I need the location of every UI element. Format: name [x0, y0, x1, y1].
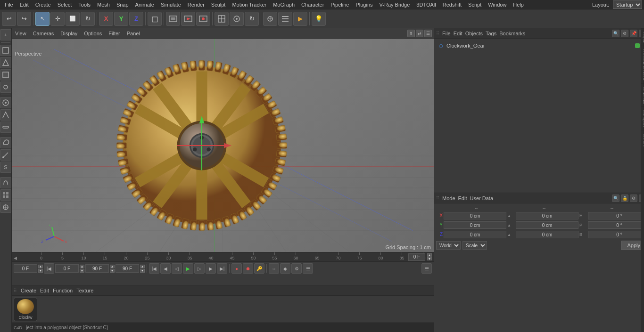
- frame-prev-input[interactable]: [55, 264, 79, 273]
- z-axis-button[interactable]: Z: [129, 12, 143, 26]
- attr-lock-button[interactable]: 🔒: [621, 194, 628, 202]
- om-menu-tags[interactable]: Tags: [486, 31, 496, 36]
- key-button[interactable]: 🔑: [254, 263, 264, 274]
- record-button[interactable]: ●: [231, 263, 242, 274]
- far-tab-takes[interactable]: Takes: [641, 28, 644, 46]
- material-item-clockwork[interactable]: Clockw: [14, 298, 37, 321]
- end-up-button[interactable]: ▲: [110, 265, 115, 268]
- coord-z-pos-input[interactable]: [444, 231, 506, 238]
- sidebar-grid-tool[interactable]: [0, 189, 11, 201]
- attr-menu-userdata[interactable]: User Data: [470, 195, 494, 201]
- prev-key-button[interactable]: ◁: [172, 263, 182, 274]
- rotate-axis-button[interactable]: ↻: [245, 12, 259, 26]
- menu-motion-tracker[interactable]: Motion Tracker: [229, 1, 269, 8]
- coord-z-rot-input[interactable]: [588, 231, 644, 238]
- menu-select[interactable]: Select: [55, 1, 75, 8]
- menu-plugins[interactable]: Plugins: [353, 1, 375, 8]
- timeline-ruler[interactable]: ◀ 0 5 10 15: [12, 252, 434, 262]
- menu-character[interactable]: Character: [298, 1, 327, 8]
- attr-menu-mode[interactable]: Mode: [442, 195, 455, 201]
- viewport-menu-cameras[interactable]: Cameras: [32, 30, 56, 37]
- play-button[interactable]: ▶: [293, 12, 307, 26]
- menu-vray[interactable]: V-Ray Bridge: [377, 1, 413, 8]
- far-tab-layers[interactable]: Layers: [641, 130, 644, 149]
- sidebar-bend-tool[interactable]: [0, 149, 11, 161]
- coord-y-size-input[interactable]: [516, 221, 578, 229]
- frame-down-button[interactable]: ▼: [427, 257, 432, 260]
- om-menu-bookmarks[interactable]: Bookmarks: [499, 31, 525, 36]
- viewport-menu-filter[interactable]: Filter: [107, 30, 121, 37]
- sidebar-object-mode[interactable]: [0, 45, 11, 56]
- frame-up-button[interactable]: ▲: [427, 253, 432, 257]
- coord-x-pos-input[interactable]: [444, 212, 506, 219]
- object-mode-button[interactable]: ◻: [148, 12, 162, 26]
- om-settings-button[interactable]: ⚙: [621, 30, 628, 37]
- coord-y-pos-input[interactable]: [444, 221, 506, 229]
- go-end-button[interactable]: ▶|: [217, 263, 227, 274]
- menu-mograph[interactable]: MoGraph: [270, 1, 297, 8]
- menu-create[interactable]: Create: [33, 1, 54, 8]
- om-pin-button[interactable]: 📌: [630, 30, 637, 37]
- om-menu-file[interactable]: File: [442, 31, 451, 36]
- viewport-menu-view[interactable]: View: [14, 30, 28, 37]
- menu-mesh[interactable]: Mesh: [94, 1, 113, 8]
- command-manager-button[interactable]: [278, 12, 292, 26]
- render-active-view-button[interactable]: [181, 12, 195, 26]
- mat-menu-function[interactable]: Function: [53, 288, 73, 293]
- menu-file[interactable]: File: [2, 1, 16, 8]
- start-up-button[interactable]: ▲: [38, 265, 43, 268]
- menu-pipeline[interactable]: Pipeline: [328, 1, 352, 8]
- scale-tool-button[interactable]: ⬜: [66, 12, 80, 26]
- redo-button[interactable]: ↪: [17, 12, 31, 26]
- end-down-button[interactable]: ▼: [110, 269, 115, 273]
- sidebar-new-object[interactable]: +: [0, 29, 11, 40]
- y-axis-button[interactable]: Y: [114, 12, 128, 26]
- menu-script[interactable]: Script: [465, 1, 484, 8]
- snap-settings-button[interactable]: [263, 12, 277, 26]
- menu-edit[interactable]: Edit: [17, 1, 32, 8]
- frame-end-input[interactable]: [85, 264, 109, 273]
- menu-snap[interactable]: Snap: [114, 1, 132, 8]
- render-region-button[interactable]: [166, 12, 180, 26]
- prev-down-button[interactable]: ▼: [80, 269, 84, 273]
- world-axis-button[interactable]: [230, 12, 244, 26]
- frame-start-input[interactable]: [14, 264, 37, 273]
- om-menu-edit[interactable]: Edit: [454, 31, 462, 36]
- menu-redshift[interactable]: Redshift: [440, 1, 464, 8]
- move-tool-button[interactable]: ✛: [50, 12, 65, 26]
- coord-x-size-input[interactable]: [516, 212, 578, 219]
- end2-up-button[interactable]: ▲: [140, 265, 145, 268]
- render-button[interactable]: [196, 12, 210, 26]
- x-axis-button[interactable]: X: [99, 12, 113, 26]
- viewport-menu-options[interactable]: Options: [83, 30, 103, 37]
- motion-clip-button[interactable]: ↔: [269, 263, 279, 274]
- om-search-button[interactable]: 🔍: [612, 30, 619, 37]
- select-tool-button[interactable]: ↖: [35, 12, 50, 26]
- frame-display-input[interactable]: [408, 253, 425, 261]
- menu-simulate[interactable]: Simulate: [158, 1, 184, 8]
- scale-dropdown[interactable]: Scale: [462, 241, 487, 250]
- attr-search-button[interactable]: 🔍: [612, 194, 619, 202]
- object-axis-button[interactable]: [215, 12, 229, 26]
- timeline-options-button[interactable]: ☰: [303, 263, 313, 274]
- layout-select[interactable]: Startup: [613, 0, 642, 9]
- mat-menu-texture[interactable]: Texture: [76, 288, 93, 293]
- far-tab-attributes[interactable]: Attributes: [641, 106, 644, 130]
- menu-sculpt[interactable]: Sculpt: [208, 1, 229, 8]
- lights-button[interactable]: 💡: [312, 12, 326, 26]
- menu-render[interactable]: Render: [185, 1, 207, 8]
- next-key-button[interactable]: ▷: [194, 263, 205, 274]
- sidebar-mirror-tool[interactable]: S: [0, 162, 11, 173]
- menu-window[interactable]: Window: [485, 1, 509, 8]
- next-frame-button[interactable]: ▶: [206, 263, 216, 274]
- rotate-tool-button[interactable]: ↻: [81, 12, 95, 26]
- menu-animate[interactable]: Animate: [132, 1, 157, 8]
- sidebar-edge-mode[interactable]: [0, 69, 11, 81]
- undo-button[interactable]: ↩: [2, 12, 16, 26]
- sidebar-magnet-tool[interactable]: [0, 177, 11, 188]
- play-forward-button[interactable]: ▶: [183, 263, 193, 274]
- viewport-menu-panel[interactable]: Panel: [125, 30, 141, 37]
- frame-end2-input[interactable]: [116, 264, 139, 273]
- menu-tools[interactable]: Tools: [75, 1, 93, 8]
- coord-y-rot-input[interactable]: [588, 221, 644, 229]
